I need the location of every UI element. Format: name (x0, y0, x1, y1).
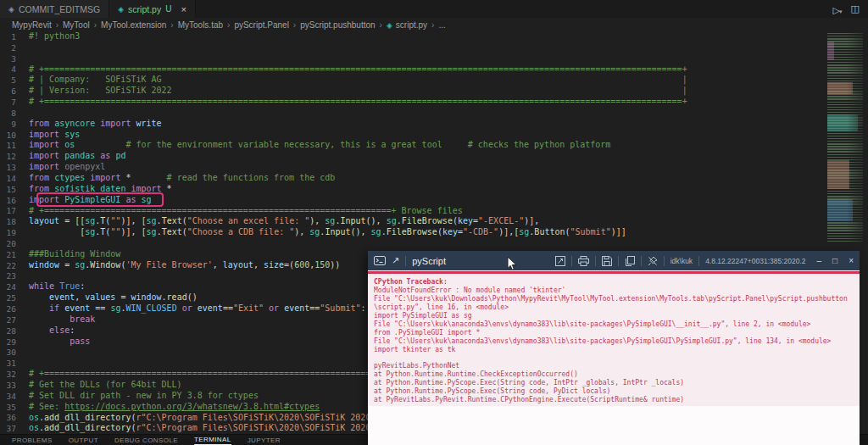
code-line[interactable]: 19 [sg.T("")], [sg.Text("Choose a CDB fi… (0, 227, 868, 238)
code-line[interactable]: 7# +====================================… (0, 97, 868, 108)
code-line[interactable]: 2 (0, 42, 868, 53)
copy-icon[interactable] (625, 256, 635, 266)
code-line[interactable]: 6# | Version: SOFiSTiK 2022 | (0, 86, 868, 97)
line-number: 20 (0, 239, 29, 248)
line-number: 25 (0, 293, 29, 303)
line-number: 35 (0, 403, 29, 412)
dialog-title-bar[interactable]: ↗ pyScript idk\kuk (368, 251, 860, 270)
line-number: 28 (0, 326, 29, 336)
line-number: 9 (0, 120, 29, 129)
print-icon[interactable] (578, 256, 589, 266)
code-line[interactable]: 18layout = [[sg.T("")], [sg.Text("Choose… (0, 216, 868, 227)
line-number: 4 (0, 64, 29, 74)
panel-tab-jupyter[interactable]: JUPYTER (248, 437, 281, 444)
close-tab-icon[interactable]: × (181, 4, 186, 14)
code-line[interactable]: 17# +===================================… (0, 206, 868, 217)
line-number: 37 (0, 424, 29, 433)
line-number: 15 (0, 185, 29, 194)
code-text: os.add_dll_directory(r"C:\Program Files\… (29, 413, 397, 424)
line-number: 26 (0, 304, 29, 314)
code-line[interactable]: 10import sys (0, 130, 868, 141)
file-icon: ◈ (387, 21, 392, 30)
line-number: 1 (0, 32, 29, 42)
file-icon: ◈ (118, 5, 124, 14)
traceback-header: CPython Traceback: (374, 278, 854, 286)
code-line[interactable]: 14from ctypes import * # read the functi… (0, 173, 868, 184)
minimap[interactable] (827, 33, 863, 243)
git-status-badge: U (165, 4, 171, 14)
dialog-version: 4.8.12.22247+0031:385:2020.2 (705, 257, 805, 265)
breadcrumb-item[interactable]: pyScript.pushbutton (300, 20, 375, 30)
dialog-body: CPython Traceback: ModuleNotFoundError :… (368, 274, 860, 445)
traceback-line: from .PySimpleGUI import * (374, 329, 854, 337)
code-line[interactable]: 9from asyncore import write (0, 119, 868, 130)
code-text: while True: (29, 281, 85, 292)
split-editor-icon[interactable]: ◫ (851, 3, 860, 14)
code-line[interactable]: 15from sofistik daten import * (0, 184, 868, 195)
code-line[interactable]: 20 (0, 238, 868, 249)
stack-line: at Python.Runtime.PyScope.Exec(String co… (374, 379, 854, 387)
tab-commit_editmsg[interactable]: ◈COMMIT_EDITMSG (0, 0, 109, 18)
open-external-arrow-icon[interactable]: ↗ (392, 255, 399, 266)
code-text: # See: https://docs.python.org/3/whatsne… (29, 402, 320, 413)
maximize-button[interactable]: □ (832, 256, 837, 265)
breadcrumb-item[interactable]: pyScript.Panel (234, 20, 288, 30)
code-line[interactable]: 8 (0, 108, 868, 119)
line-number: 24 (0, 282, 29, 292)
breadcrumb-item[interactable]: MyTool (63, 20, 90, 30)
code-line[interactable]: 4# +====================================… (0, 64, 868, 75)
code-text: # | Version: SOFiSTiK 2022 | (29, 86, 687, 97)
panel-tab-debug-console[interactable]: DEBUG CONSOLE (114, 437, 178, 444)
code-text: # +=====================================… (29, 64, 687, 75)
breadcrumb-item[interactable]: MyTool.extension (101, 20, 166, 30)
pin-disabled-icon[interactable] (648, 256, 658, 266)
code-line[interactable]: 12import pandas as pd (0, 151, 868, 162)
code-text: os.add_dll_directory(r"C:\Program Files\… (29, 423, 381, 434)
editor-actions: ▷▾ ◫ (833, 0, 868, 18)
code-line[interactable]: 3 (0, 53, 868, 64)
line-number: 21 (0, 250, 29, 259)
tab-script.py[interactable]: ◈script.pyU× (109, 0, 196, 18)
code-line[interactable]: 1#! python3 (0, 31, 868, 42)
code-line[interactable]: 13import openpyxl (0, 162, 868, 173)
code-text: event, values = window.read() (29, 292, 198, 303)
line-number: 6 (0, 86, 29, 96)
run-button[interactable]: ▷▾ (833, 2, 843, 17)
line-number: 3 (0, 54, 29, 64)
breadcrumb-item[interactable]: ◈script.py (387, 20, 427, 30)
line-number: 30 (0, 348, 29, 357)
open-report-icon[interactable] (555, 256, 565, 266)
breadcrumb-separator: › (94, 20, 97, 30)
code-line[interactable]: 16import PySimpleGUI as sg (0, 195, 868, 206)
code-text: ###Building Window (29, 249, 120, 260)
code-text: #! python3 (29, 31, 80, 42)
play-icon: ▷ (833, 5, 839, 15)
line-number: 36 (0, 413, 29, 422)
line-number: 2 (0, 43, 29, 53)
breadcrumb-item[interactable]: MypyRevit (12, 20, 52, 30)
line-number: 16 (0, 196, 29, 205)
minimize-button[interactable]: – (817, 256, 822, 265)
code-text: if event == sg.WIN_CLOSED or event=="Exi… (29, 303, 366, 314)
code-text: # Set DLL dir path - new in PY 3.8 for c… (29, 391, 259, 402)
console-icon (374, 256, 386, 265)
line-number: 18 (0, 217, 29, 226)
breadcrumb-separator: › (227, 20, 230, 30)
panel-tab-problems[interactable]: PROBLEMS (12, 437, 53, 444)
code-text: pass (29, 337, 90, 348)
panel-tab-output[interactable]: OUTPUT (69, 437, 98, 444)
code-text: # | Company: SOFiSTiK AG | (29, 75, 687, 86)
save-icon[interactable] (602, 256, 612, 266)
breadcrumb-item[interactable]: ... (438, 20, 445, 30)
stack-line: at Python.Runtime.PyScope.Exec(String co… (374, 387, 854, 396)
code-text: import os # for the environment variable… (29, 140, 610, 151)
close-button[interactable]: × (849, 256, 854, 265)
code-text: import sys (29, 130, 80, 141)
stack-line: pyRevitLabs.PythonNet (374, 362, 854, 370)
line-number: 10 (0, 131, 29, 140)
panel-tab-terminal[interactable]: TERMINAL (194, 436, 231, 445)
code-text: # +=====================================… (29, 97, 687, 108)
code-line[interactable]: 5# | Company: SOFiSTiK AG | (0, 75, 868, 86)
breadcrumb-item[interactable]: MyTools.tab (178, 20, 223, 30)
code-line[interactable]: 11import os # for the environment variab… (0, 140, 868, 151)
